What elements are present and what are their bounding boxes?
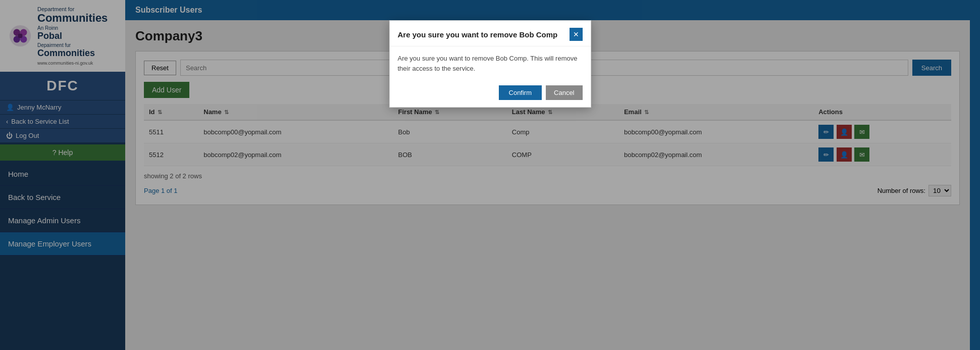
confirm-button[interactable]: Confirm (499, 85, 542, 100)
confirmation-modal: Are you sure you want to remove Bob Comp… (389, 20, 591, 108)
modal-close-button[interactable]: ✕ (570, 28, 583, 41)
modal-header: Are you sure you want to remove Bob Comp… (390, 21, 591, 46)
modal-title: Are you sure you want to remove Bob Comp (398, 30, 558, 39)
modal-overlay: Are you sure you want to remove Bob Comp… (0, 0, 980, 350)
modal-body-text: Are you sure you want to remove Bob Comp… (398, 55, 578, 72)
modal-footer: Confirm Cancel (390, 80, 591, 107)
cancel-button[interactable]: Cancel (546, 85, 582, 100)
modal-body: Are you sure you want to remove Bob Comp… (390, 46, 591, 80)
